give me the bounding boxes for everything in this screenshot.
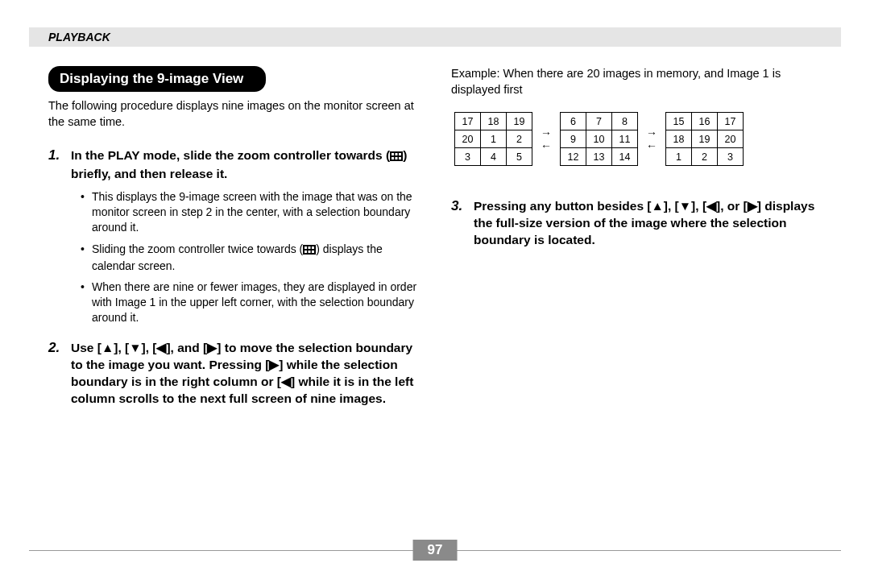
bullet: Sliding the zoom controller twice toward… (81, 242, 419, 274)
bullet: This displays the 9-image screen with th… (81, 189, 419, 235)
svg-rect-10 (312, 246, 314, 249)
cell: 15 (666, 113, 692, 130)
svg-rect-11 (304, 251, 307, 253)
grid-2: 678 91011 121314 (560, 112, 638, 166)
grid-3: 151617 181920 123 (665, 112, 744, 166)
cell: 17 (455, 113, 481, 130)
svg-rect-8 (304, 246, 307, 249)
bullet-text: Sliding the zoom controller twice toward… (92, 242, 303, 255)
cell: 1 (666, 148, 692, 166)
right-column: Example: When there are 20 images in mem… (451, 66, 822, 414)
cell: 7 (586, 113, 612, 130)
cell: 3 (718, 148, 744, 166)
step-2-number: 2. (48, 340, 71, 408)
page-title: Displaying the 9-image View (48, 66, 266, 92)
svg-rect-12 (309, 251, 311, 253)
cell: 14 (612, 148, 638, 166)
intro-text: The following procedure displays nine im… (48, 98, 419, 130)
zoom-wide-icon (303, 243, 316, 259)
cell: 2 (692, 148, 718, 166)
cell: 17 (718, 113, 744, 130)
page-number: 97 (413, 540, 458, 561)
step-1-bullets: This displays the 9-image screen with th… (81, 189, 419, 325)
step-2-body: Use [▲], [▼], [◀], and [▶] to move the s… (71, 340, 419, 408)
grid-1: 171819 2012 345 (454, 112, 532, 166)
step-1-number: 1. (48, 147, 71, 183)
cell: 16 (692, 113, 718, 130)
svg-rect-2 (396, 153, 398, 155)
cell: 10 (586, 130, 612, 148)
step-2: 2. Use [▲], [▼], [◀], and [▶] to move th… (48, 340, 419, 408)
cell: 19 (507, 113, 532, 130)
example-label: Example: When there are 20 images in mem… (451, 66, 822, 97)
cell: 5 (507, 148, 532, 166)
cell: 8 (612, 113, 638, 130)
svg-rect-5 (396, 157, 398, 159)
svg-rect-9 (309, 246, 311, 249)
cell: 2 (507, 130, 532, 148)
cell: 6 (561, 113, 586, 130)
step-1-text-a: In the PLAY mode, slide the zoom control… (71, 148, 390, 162)
svg-rect-6 (399, 157, 401, 159)
cell: 19 (692, 130, 718, 148)
zoom-wide-icon (390, 149, 403, 166)
left-column: Displaying the 9-image View The followin… (48, 66, 419, 414)
cell: 1 (481, 130, 507, 148)
step-1: 1. In the PLAY mode, slide the zoom cont… (48, 147, 419, 183)
cell: 20 (718, 130, 744, 148)
svg-rect-7 (303, 245, 316, 255)
header-bar (29, 27, 841, 47)
section-label: PLAYBACK (48, 31, 110, 43)
cell: 13 (586, 148, 612, 166)
example-grids: 171819 2012 345 →← 678 91011 121314 →← 1… (454, 112, 822, 166)
arrow-pair-icon: →← (646, 127, 657, 151)
cell: 18 (481, 113, 507, 130)
svg-rect-13 (312, 251, 314, 253)
cell: 9 (561, 130, 586, 148)
cell: 3 (455, 148, 481, 166)
page-footer: 97 (29, 540, 841, 561)
cell: 20 (455, 130, 481, 148)
cell: 11 (612, 130, 638, 148)
step-3: 3. Pressing any button besides [▲], [▼],… (451, 198, 822, 249)
cell: 4 (481, 148, 507, 166)
bullet: When there are nine or fewer images, the… (81, 280, 419, 325)
arrow-pair-icon: →← (541, 127, 552, 151)
svg-rect-0 (390, 151, 403, 161)
step-1-body: In the PLAY mode, slide the zoom control… (71, 147, 419, 183)
svg-rect-4 (392, 157, 394, 159)
cell: 12 (561, 148, 586, 166)
step-3-body: Pressing any button besides [▲], [▼], [◀… (474, 198, 822, 249)
cell: 18 (666, 130, 692, 148)
svg-rect-3 (399, 153, 401, 155)
svg-rect-1 (392, 153, 394, 155)
content-columns: Displaying the 9-image View The followin… (48, 66, 822, 414)
step-3-number: 3. (451, 198, 474, 249)
